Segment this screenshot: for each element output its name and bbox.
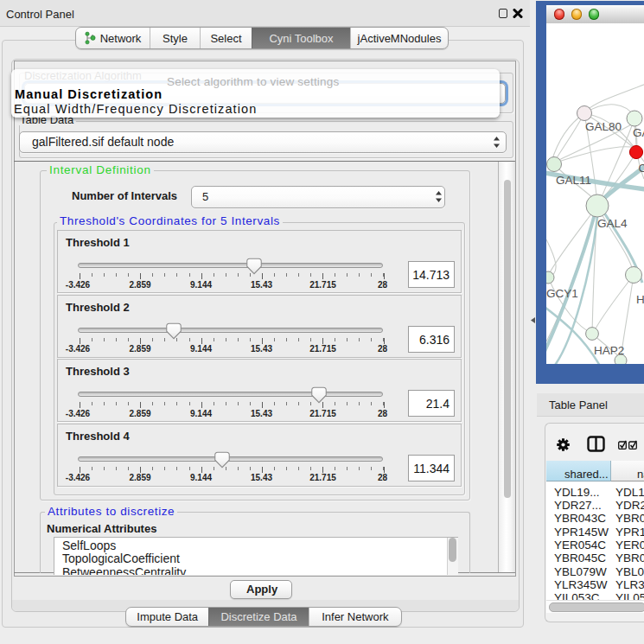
svg-text:GAL11: GAL11	[556, 174, 591, 187]
svg-text:GA: GA	[633, 126, 644, 139]
svg-text:GAL80: GAL80	[585, 120, 622, 133]
svg-text:H: H	[636, 293, 644, 306]
svg-text:C: C	[639, 162, 644, 175]
svg-text:GCY1: GCY1	[546, 287, 578, 300]
svg-text:GAL4: GAL4	[597, 217, 628, 230]
svg-text:HAP2: HAP2	[594, 344, 624, 357]
